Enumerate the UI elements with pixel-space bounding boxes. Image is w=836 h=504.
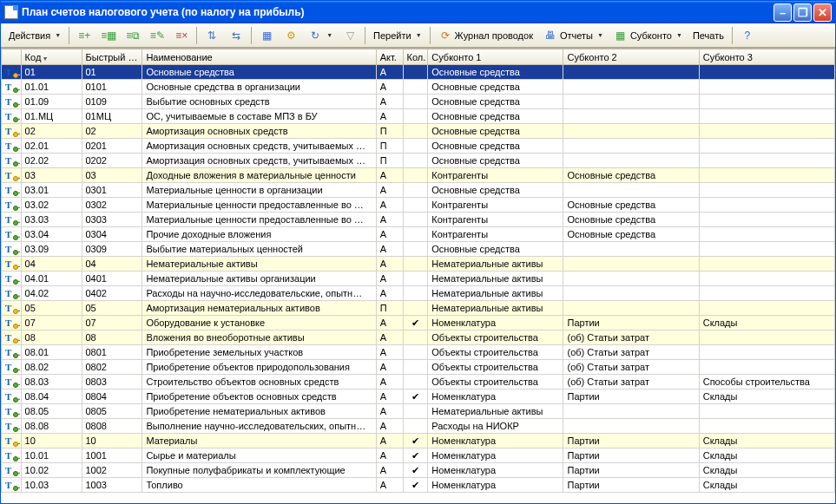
col-kol[interactable]: Кол. (403, 49, 428, 65)
cell-sub3: Склады (699, 463, 834, 478)
cell-sub1: Номенклатура (428, 478, 563, 493)
cell-sub3 (699, 80, 834, 95)
col-sub1[interactable]: Субконто 1 (428, 49, 563, 65)
col-act[interactable]: Акт. (376, 49, 403, 65)
filter-button[interactable]: ▦ (255, 26, 278, 45)
edit-button[interactable]: ≡✎ (146, 26, 168, 45)
cell-act: А (376, 360, 403, 375)
cell-code: 02.02 (21, 154, 82, 168)
col-sub2[interactable]: Субконто 2 (563, 49, 699, 65)
table-row[interactable]: T08.030803Строительство объектов основны… (2, 375, 835, 389)
cell-sub3 (699, 345, 834, 360)
goto-menu[interactable]: Перейти▼ (369, 26, 426, 45)
cell-kol: ✔ (403, 448, 428, 463)
table-row[interactable]: T08.020802Приобретение объектов природоп… (2, 360, 835, 375)
subkonto-menu[interactable]: ▦Субконто▼ (609, 26, 687, 45)
cell-kol (403, 227, 428, 242)
cell-quick: 07 (82, 316, 142, 331)
table-row[interactable]: T0202Амортизация основных средствПОсновн… (2, 124, 835, 139)
table-row[interactable]: T01.МЦ01МЦОС, учитываемые в составе МПЗ … (2, 109, 835, 124)
table-row[interactable]: T0707Оборудование к установкеА✔Номенклат… (2, 316, 835, 331)
maximize-button[interactable]: ❐ (793, 3, 812, 22)
cell-name: Основные средства в организации (142, 80, 376, 95)
cell-code: 03.09 (21, 242, 82, 257)
cell-code: 10.03 (21, 478, 82, 493)
titlebar[interactable]: План счетов налогового учета (по налогу … (1, 1, 835, 23)
cell-sub2 (563, 80, 699, 95)
table-row[interactable]: T0404Нематериальные активыАНематериальны… (2, 257, 835, 272)
col-icon[interactable] (2, 49, 22, 65)
col-sub3[interactable]: Субконто 3 (699, 49, 834, 65)
cell-sub2 (563, 257, 699, 272)
cell-code: 03.01 (21, 183, 82, 198)
move-up-button[interactable]: ⇅ (201, 26, 223, 45)
sort-button[interactable]: ▽ (339, 26, 361, 45)
cell-sub2: Партии (563, 463, 699, 478)
table-row[interactable]: T0303Доходные вложения в материальные це… (2, 168, 835, 183)
account-icon: T (5, 347, 17, 357)
cell-sub1: Номенклатура (428, 389, 563, 404)
col-name[interactable]: Наименование (142, 49, 376, 65)
account-icon: T (5, 96, 17, 107)
cell-quick: 0808 (82, 419, 142, 434)
refresh-button[interactable]: ↻▼ (304, 26, 337, 45)
cell-quick: 05 (82, 301, 142, 316)
cell-kol (403, 95, 428, 109)
cell-code: 02 (21, 124, 82, 139)
print-button[interactable]: Печать (688, 26, 728, 45)
table-row[interactable]: T03.030303Материальные ценности предоста… (2, 213, 835, 227)
cell-name: Покупные полуфабрикаты и комплектующие (142, 463, 376, 478)
col-code[interactable]: Код (21, 49, 82, 65)
cell-sub1: Основные средства (428, 124, 563, 139)
copy-button[interactable]: ≡⧉ (122, 26, 144, 45)
table-row[interactable]: T04.010401Нематериальные активы организа… (2, 272, 835, 286)
find-button[interactable]: ⚙ (280, 26, 302, 45)
add-group-button[interactable]: ≡▦ (97, 26, 120, 45)
table-row[interactable]: T08.040804Приобретение объектов основных… (2, 389, 835, 404)
accounts-table: Код Быстрый … Наименование Акт. Кол. Суб… (1, 49, 835, 493)
help-button[interactable]: ? (736, 26, 759, 45)
table-row[interactable]: T03.010301Материальные ценности в органи… (2, 183, 835, 198)
table-row[interactable]: T08.010801Приобретение земельных участко… (2, 345, 835, 360)
move-down-button[interactable]: ⇆ (225, 26, 247, 45)
table-row[interactable]: T01.090109Выбытие основных средствАОснов… (2, 95, 835, 109)
table-row[interactable]: T0808Вложения во внеоборотные активыАОбъ… (2, 331, 835, 345)
cell-code: 02.01 (21, 139, 82, 154)
reports-menu[interactable]: 🖶Отчеты▼ (539, 26, 608, 45)
cell-quick: 0402 (82, 286, 142, 301)
cell-sub1: Контрагенты (428, 198, 563, 213)
table-row[interactable]: T02.020202Амортизация основных средств, … (2, 154, 835, 168)
cell-act: А (376, 463, 403, 478)
cell-quick: 1003 (82, 478, 142, 493)
table-row[interactable]: T03.090309Выбытие материальных ценностей… (2, 242, 835, 257)
table-row[interactable]: T0505Амортизация нематериальных активовП… (2, 301, 835, 316)
table-row[interactable]: T10.021002Покупные полуфабрикаты и компл… (2, 463, 835, 478)
cell-name: Материальные ценности предоставленные во… (142, 213, 376, 227)
add-button[interactable]: ≡+ (73, 26, 95, 45)
col-quick[interactable]: Быстрый … (82, 49, 142, 65)
cell-act: П (376, 301, 403, 316)
table-row[interactable]: T0101Основные средстваАОсновные средства (2, 65, 835, 80)
table-row[interactable]: T04.020402Расходы на научно-исследовател… (2, 286, 835, 301)
table-row[interactable]: T10.031003ТопливоА✔НоменклатураПартииСкл… (2, 478, 835, 493)
journal-button[interactable]: ⟳Журнал проводок (434, 26, 537, 45)
table-row[interactable]: T08.050805Приобретение нематериальных ак… (2, 404, 835, 419)
table-row[interactable]: T08.080808Выполнение научно-исследовател… (2, 419, 835, 434)
table-row[interactable]: T01.010101Основные средства в организаци… (2, 80, 835, 95)
grid[interactable]: Код Быстрый … Наименование Акт. Кол. Суб… (1, 48, 835, 503)
cell-kol (403, 331, 428, 345)
account-icon: T (5, 200, 17, 210)
minimize-button[interactable]: – (773, 3, 792, 22)
cell-code: 08.03 (21, 375, 82, 389)
cell-code: 03 (21, 168, 82, 183)
table-row[interactable]: T10.011001Сырье и материалыА✔Номенклатур… (2, 448, 835, 463)
table-row[interactable]: T03.040304Прочие доходные вложенияАКонтр… (2, 227, 835, 242)
cell-code: 08.01 (21, 345, 82, 360)
close-button[interactable]: ✕ (813, 3, 832, 22)
actions-menu[interactable]: Действия▼ (4, 26, 65, 45)
cell-act: А (376, 419, 403, 434)
table-row[interactable]: T02.010201Амортизация основных средств, … (2, 139, 835, 154)
delete-button[interactable]: ≡× (170, 26, 193, 45)
table-row[interactable]: T03.020302Материальные ценности предоста… (2, 198, 835, 213)
table-row[interactable]: T1010МатериалыА✔НоменклатураПартииСклады (2, 434, 835, 448)
